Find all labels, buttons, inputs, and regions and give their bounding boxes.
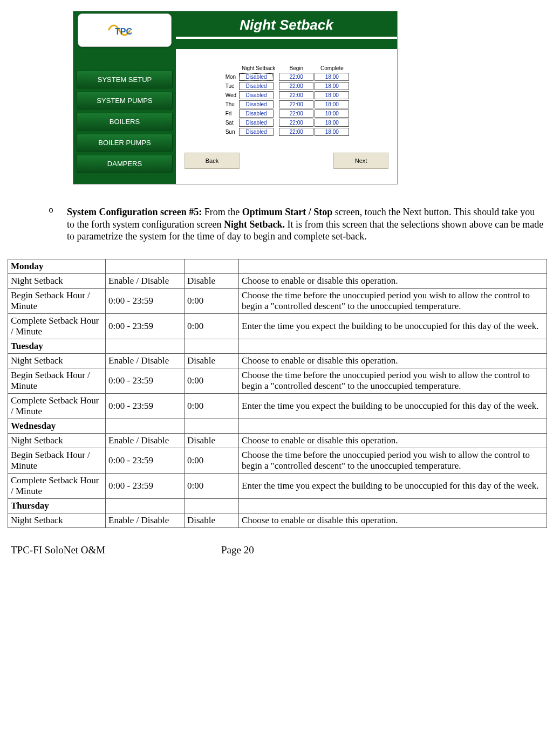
ns-field[interactable]: Disabled bbox=[239, 91, 274, 99]
complete-field[interactable]: 18:00 bbox=[315, 119, 349, 127]
param-name: Begin Setback Hour / Minute bbox=[8, 288, 106, 313]
sidebar-item-dampers[interactable]: DAMPERS bbox=[77, 155, 173, 173]
param-range: 0:00 - 23:59 bbox=[106, 288, 185, 313]
param-range: Enable / Disable bbox=[106, 513, 185, 527]
begin-field[interactable]: 22:00 bbox=[279, 91, 313, 99]
table-row: Complete Setback Hour / Minute0:00 - 23:… bbox=[8, 393, 547, 419]
param-default: 0:00 bbox=[185, 368, 239, 393]
param-range: Enable / Disable bbox=[106, 273, 185, 288]
param-default: 0:00 bbox=[185, 448, 239, 473]
table-row: Night SetbackEnable / DisableDisableChoo… bbox=[8, 353, 547, 368]
page-footer: TPC-FI SoloNet O&M Page 20 bbox=[11, 544, 549, 556]
param-range: Enable / Disable bbox=[106, 353, 185, 368]
begin-field[interactable]: 22:00 bbox=[279, 119, 313, 127]
param-default: 0:00 bbox=[185, 288, 239, 313]
param-default: 0:00 bbox=[185, 393, 239, 419]
complete-field[interactable]: 18:00 bbox=[315, 128, 349, 136]
param-range: 0:00 - 23:59 bbox=[106, 313, 185, 339]
begin-field[interactable]: 22:00 bbox=[279, 82, 313, 90]
ns-field[interactable]: Disabled bbox=[239, 128, 274, 136]
param-desc: Choose the time before the unoccupied pe… bbox=[239, 288, 547, 313]
param-name: Complete Setback Hour / Minute bbox=[8, 393, 106, 419]
complete-field[interactable]: 18:00 bbox=[315, 91, 349, 99]
day-header: Monday bbox=[8, 259, 106, 273]
param-default: 0:00 bbox=[185, 473, 239, 498]
day-label: Fri bbox=[223, 109, 238, 118]
table-row: Night SetbackEnable / DisableDisableChoo… bbox=[8, 273, 547, 288]
sidebar-item-boiler-pumps[interactable]: BOILER PUMPS bbox=[77, 134, 173, 152]
col-complete: Complete bbox=[314, 65, 350, 72]
param-range: 0:00 - 23:59 bbox=[106, 393, 185, 419]
day-header: Tuesday bbox=[8, 339, 106, 353]
ns-field[interactable]: Disabled bbox=[239, 100, 274, 108]
day-label: Mon bbox=[223, 72, 238, 81]
table-row: Night SetbackEnable / DisableDisableChoo… bbox=[8, 513, 547, 527]
back-button[interactable]: Back bbox=[185, 153, 240, 169]
param-desc: Choose the time before the unoccupied pe… bbox=[239, 368, 547, 393]
col-begin: Begin bbox=[278, 65, 314, 72]
day-label: Sun bbox=[223, 127, 238, 136]
sidebar-item-system-pumps[interactable]: SYSTEM PUMPS bbox=[77, 92, 173, 109]
config-table: MondayNight SetbackEnable / DisableDisab… bbox=[8, 259, 547, 528]
param-desc: Choose the time before the unoccupied pe… bbox=[239, 448, 547, 473]
day-label: Thu bbox=[223, 100, 238, 109]
next-button[interactable]: Next bbox=[333, 153, 388, 169]
complete-field[interactable]: 18:00 bbox=[315, 82, 349, 90]
param-range: 0:00 - 23:59 bbox=[106, 473, 185, 498]
table-row: Begin Setback Hour / Minute0:00 - 23:590… bbox=[8, 448, 547, 473]
tpc-logo: TPC bbox=[78, 13, 172, 47]
begin-field[interactable]: 22:00 bbox=[279, 73, 313, 81]
param-desc: Enter the time you expect the building t… bbox=[239, 473, 547, 498]
ns-field[interactable]: Disabled bbox=[239, 82, 274, 90]
table-row: Begin Setback Hour / Minute0:00 - 23:590… bbox=[8, 288, 547, 313]
paragraph: o System Configuration screen #5: From t… bbox=[16, 206, 544, 243]
begin-field[interactable]: 22:00 bbox=[279, 100, 313, 108]
param-range: Enable / Disable bbox=[106, 433, 185, 448]
sidebar: SYSTEM SETUP SYSTEM PUMPS BOILERS BOILER… bbox=[73, 49, 176, 184]
bold-3: Night Setback. bbox=[224, 219, 285, 230]
param-name: Begin Setback Hour / Minute bbox=[8, 368, 106, 393]
day-label: Tue bbox=[223, 81, 238, 91]
param-desc: Choose to enable or disable this operati… bbox=[239, 353, 547, 368]
param-name: Night Setback bbox=[8, 433, 106, 448]
paragraph-text: System Configuration screen #5: From the… bbox=[67, 206, 544, 243]
list-bullet: o bbox=[49, 206, 67, 243]
day-header: Thursday bbox=[8, 498, 106, 513]
night-setback-screenshot: TPC Night Setback SYSTEM SETUP SYSTEM PU… bbox=[73, 11, 398, 184]
footer-page: Page 20 bbox=[221, 544, 254, 556]
complete-field[interactable]: 18:00 bbox=[315, 73, 349, 81]
param-range: 0:00 - 23:59 bbox=[106, 448, 185, 473]
footer-left: TPC-FI SoloNet O&M bbox=[11, 544, 221, 556]
param-name: Begin Setback Hour / Minute bbox=[8, 448, 106, 473]
table-row: Complete Setback Hour / Minute0:00 - 23:… bbox=[8, 313, 547, 339]
day-header: Wednesday bbox=[8, 419, 106, 433]
sidebar-item-system-setup[interactable]: SYSTEM SETUP bbox=[77, 71, 173, 88]
table-row: Complete Setback Hour / Minute0:00 - 23:… bbox=[8, 473, 547, 498]
col-night-setback: Night Setback bbox=[238, 65, 278, 72]
param-range: 0:00 - 23:59 bbox=[106, 368, 185, 393]
param-default: Disable bbox=[185, 273, 239, 288]
param-name: Complete Setback Hour / Minute bbox=[8, 473, 106, 498]
table-row: Begin Setback Hour / Minute0:00 - 23:590… bbox=[8, 368, 547, 393]
bold-1: System Configuration screen #5: bbox=[67, 207, 202, 217]
param-name: Night Setback bbox=[8, 353, 106, 368]
complete-field[interactable]: 18:00 bbox=[315, 100, 349, 108]
screen-title: Night Setback bbox=[176, 11, 397, 39]
complete-field[interactable]: 18:00 bbox=[315, 109, 349, 118]
day-label: Wed bbox=[223, 91, 238, 100]
param-name: Night Setback bbox=[8, 513, 106, 527]
schedule-grid: Night Setback Begin Complete MonDisabled… bbox=[223, 65, 350, 136]
sidebar-item-boilers[interactable]: BOILERS bbox=[77, 113, 173, 131]
param-desc: Enter the time you expect the building t… bbox=[239, 313, 547, 339]
param-desc: Choose to enable or disable this operati… bbox=[239, 273, 547, 288]
param-desc: Choose to enable or disable this operati… bbox=[239, 433, 547, 448]
begin-field[interactable]: 22:00 bbox=[279, 128, 313, 136]
bold-2: Optimum Start / Stop bbox=[242, 207, 333, 217]
begin-field[interactable]: 22:00 bbox=[279, 109, 313, 118]
ns-field[interactable]: Disabled bbox=[239, 119, 274, 127]
day-label: Sat bbox=[223, 118, 238, 127]
ns-field[interactable]: Disabled bbox=[239, 109, 274, 118]
param-name: Night Setback bbox=[8, 273, 106, 288]
svg-text:TPC: TPC bbox=[115, 27, 132, 36]
ns-field[interactable]: Disabled bbox=[239, 73, 274, 81]
